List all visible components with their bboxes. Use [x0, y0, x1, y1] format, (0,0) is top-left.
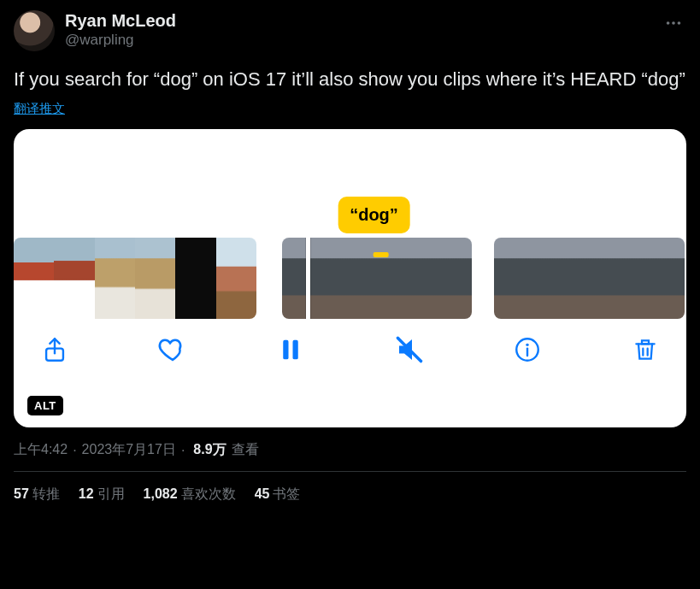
author-name[interactable]: Ryan McLeod: [65, 10, 661, 31]
views-label: 查看: [232, 441, 259, 459]
tooltip-marker: [374, 252, 389, 257]
tweet-header: Ryan McLeod @warpling: [14, 10, 686, 51]
author-handle[interactable]: @warpling: [65, 31, 661, 50]
pause-button[interactable]: [272, 331, 309, 368]
ellipsis-icon: [664, 14, 683, 32]
search-match-tooltip: “dog”: [338, 197, 410, 257]
playhead[interactable]: [306, 238, 310, 319]
svg-point-2: [678, 21, 681, 25]
tweet-text: If you search for “dog” on iOS 17 it’ll …: [14, 67, 686, 92]
clip-thumbnail: [175, 238, 215, 319]
svg-point-0: [667, 21, 670, 25]
info-icon: [513, 335, 542, 364]
share-icon: [40, 335, 69, 364]
retweets-stat[interactable]: 57转推: [14, 486, 60, 504]
heart-icon: [157, 334, 188, 365]
media-inner: “dog”: [14, 129, 686, 427]
tweet-time[interactable]: 上午4:42: [14, 441, 68, 459]
mute-button[interactable]: [391, 331, 428, 368]
more-button[interactable]: [661, 10, 686, 36]
clip-thumbnail: [494, 238, 526, 319]
likes-stat[interactable]: 1,082喜欢次数: [144, 486, 236, 504]
tooltip-label: “dog”: [338, 197, 410, 233]
clip-thumbnail: [14, 238, 54, 319]
media-toolbar: [14, 331, 686, 368]
favorite-button[interactable]: [154, 331, 191, 368]
bookmarks-stat[interactable]: 45书签: [255, 486, 301, 504]
info-button[interactable]: [509, 331, 546, 368]
clip-thumbnail: [216, 238, 256, 319]
svg-rect-5: [293, 340, 298, 360]
svg-point-1: [672, 21, 675, 25]
clip-thumbnail: [621, 238, 653, 319]
clip-thumbnail: [526, 238, 557, 319]
svg-point-8: [526, 344, 528, 346]
clip-thumbnail: [95, 238, 135, 319]
views-count: 8.9万: [193, 441, 226, 459]
tweet-date[interactable]: 2023年7月17日: [82, 441, 176, 459]
speaker-muted-icon: [394, 334, 425, 365]
share-button[interactable]: [36, 331, 74, 368]
translate-link[interactable]: 翻译推文: [14, 101, 65, 117]
tweet-stats: 57转推 12引用 1,082喜欢次数 45书签: [14, 472, 686, 504]
clip-thumbnail: [135, 238, 175, 319]
svg-rect-4: [284, 340, 289, 360]
tweet: Ryan McLeod @warpling If you search for …: [0, 0, 700, 504]
clip-thumbnail: [54, 238, 94, 319]
clip-group[interactable]: [14, 238, 256, 319]
trash-icon: [632, 335, 659, 364]
author-block: Ryan McLeod @warpling: [65, 10, 661, 50]
pause-icon: [278, 335, 303, 364]
clip-group[interactable]: [494, 238, 685, 319]
quotes-stat[interactable]: 12引用: [79, 486, 125, 504]
clip-thumbnail: [653, 238, 685, 319]
media-card[interactable]: “dog”: [14, 129, 686, 427]
clip-thumbnail: [557, 238, 589, 319]
clip-thumbnail: [425, 238, 473, 319]
avatar[interactable]: [14, 10, 55, 51]
alt-badge[interactable]: ALT: [27, 396, 63, 415]
clip-thumbnail: [590, 238, 621, 319]
delete-button[interactable]: [626, 331, 664, 368]
tweet-meta: 上午4:42 · 2023年7月17日 · 8.9万 查看: [14, 441, 686, 459]
